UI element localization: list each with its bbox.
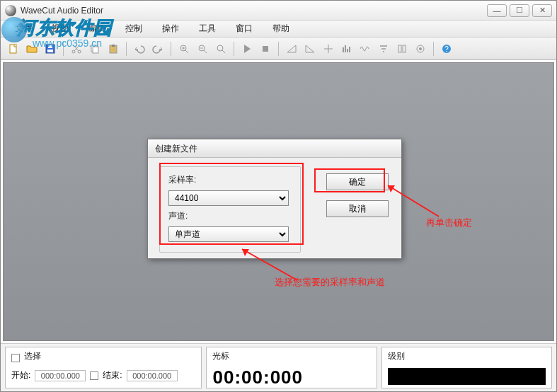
start-time[interactable]: 000:00.000 <box>35 370 86 381</box>
cut-icon[interactable] <box>68 40 85 57</box>
svg-rect-3 <box>48 45 52 48</box>
menubar: 文件 视图 编辑 控制 操作 工具 窗口 帮助 <box>1 21 556 38</box>
menu-help[interactable]: 帮助 <box>263 21 299 37</box>
selection-checkbox[interactable] <box>11 354 20 362</box>
filter-icon[interactable] <box>375 40 392 57</box>
new-file-icon[interactable] <box>5 40 22 57</box>
cursor-label: 光标 <box>212 350 229 362</box>
sample-rate-select[interactable]: 44100 <box>168 190 289 206</box>
undo-icon[interactable] <box>131 40 148 57</box>
svg-point-17 <box>419 47 422 50</box>
stop-icon[interactable] <box>257 40 274 57</box>
svg-rect-7 <box>93 47 98 53</box>
menu-control[interactable]: 控制 <box>115 21 152 37</box>
cancel-button[interactable]: 取消 <box>326 200 389 217</box>
svg-text:?: ? <box>444 45 449 53</box>
zoom-out-icon[interactable] <box>194 40 211 57</box>
toolbar: ? <box>1 38 556 60</box>
menu-tools[interactable]: 工具 <box>189 21 226 37</box>
fade-in-icon[interactable] <box>283 40 300 57</box>
play-icon[interactable] <box>239 40 255 57</box>
svg-rect-14 <box>398 45 401 52</box>
range-checkbox[interactable] <box>90 371 98 380</box>
redo-icon[interactable] <box>149 40 166 57</box>
svg-rect-2 <box>47 50 53 52</box>
save-icon[interactable] <box>42 40 59 57</box>
level-label: 级别 <box>388 350 546 362</box>
paste-icon[interactable] <box>105 40 122 57</box>
sample-rate-label: 采样率: <box>168 174 292 186</box>
open-file-icon[interactable] <box>23 40 40 57</box>
zoom-in-icon[interactable] <box>176 40 193 57</box>
ok-button[interactable]: 确定 <box>326 173 389 190</box>
app-icon <box>5 5 16 16</box>
close-button[interactable]: ✕ <box>532 4 552 17</box>
new-file-dialog: 创建新文件 采样率: 44100 声道: 单声道 确定 取消 <box>147 139 402 259</box>
channel-select[interactable]: 单声道 <box>168 226 289 242</box>
normalize-icon[interactable] <box>320 40 337 57</box>
svg-point-12 <box>217 45 223 51</box>
start-label: 开始: <box>11 369 30 381</box>
fade-out-icon[interactable] <box>302 40 318 57</box>
menu-view[interactable]: 视图 <box>42 21 79 37</box>
titlebar: WaveCut Audio Editor — ☐ ✕ <box>1 1 556 21</box>
level-meter <box>388 368 546 385</box>
end-time[interactable]: 000:00.000 <box>127 370 178 381</box>
wave-icon[interactable] <box>357 40 374 57</box>
menu-file[interactable]: 文件 <box>5 21 42 37</box>
maximize-button[interactable]: ☐ <box>510 4 529 17</box>
app-title: WaveCut Audio Editor <box>21 6 103 16</box>
effect2-icon[interactable] <box>412 40 429 57</box>
end-label: 结束: <box>103 369 122 381</box>
selection-label: 选择 <box>24 350 41 362</box>
level-panel: 级别 <box>381 347 552 388</box>
channel-label: 声道: <box>168 210 292 222</box>
svg-rect-13 <box>263 46 268 52</box>
svg-rect-0 <box>10 45 16 53</box>
statusbar: 选择 开始: 000:00.000 结束: 000:00.000 光标 00:0… <box>1 343 556 391</box>
dialog-fieldset: 采样率: 44100 声道: 单声道 <box>159 166 301 253</box>
eq-icon[interactable] <box>338 40 355 57</box>
copy-icon[interactable] <box>86 40 103 57</box>
selection-panel: 选择 开始: 000:00.000 结束: 000:00.000 <box>5 347 202 388</box>
svg-rect-9 <box>112 45 115 47</box>
help-icon[interactable]: ? <box>438 40 455 57</box>
menu-edit[interactable]: 编辑 <box>79 21 115 37</box>
cursor-time: 00:00:000 <box>212 367 303 388</box>
zoom-fit-icon[interactable] <box>212 40 229 57</box>
menu-operate[interactable]: 操作 <box>152 21 189 37</box>
cursor-panel: 光标 00:00:000 <box>206 347 377 388</box>
svg-rect-15 <box>403 45 406 52</box>
menu-window[interactable]: 窗口 <box>226 21 263 37</box>
minimize-button[interactable]: — <box>487 4 507 17</box>
effect1-icon[interactable] <box>394 40 410 57</box>
dialog-title: 创建新文件 <box>148 139 401 158</box>
